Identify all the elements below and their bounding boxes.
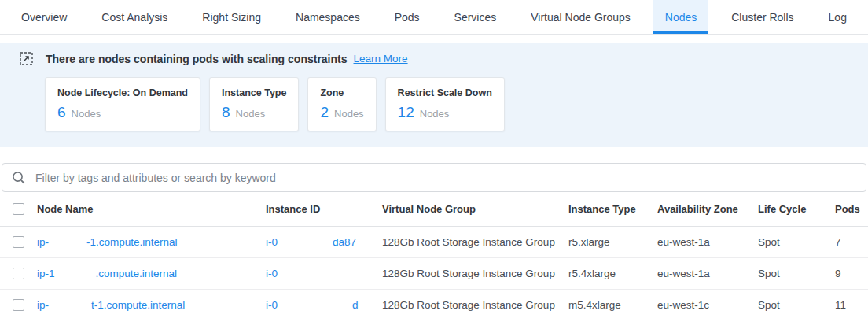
node-name-link[interactable]: t-1.compute.internal bbox=[91, 299, 185, 311]
col-virtual-node-group[interactable]: Virtual Node Group bbox=[382, 203, 568, 215]
card-unit: Nodes bbox=[236, 108, 266, 120]
col-instance-id[interactable]: Instance ID bbox=[266, 203, 382, 215]
table-row: ip-1.compute.internal i-0 128Gb Root Sto… bbox=[0, 258, 868, 290]
node-name-link[interactable]: ip- bbox=[37, 236, 49, 248]
card-count: 8 bbox=[222, 104, 230, 121]
node-name-link[interactable]: ip- bbox=[37, 299, 49, 311]
life-cycle-cell: Spot bbox=[758, 268, 835, 279]
instance-id-link[interactable]: da87 bbox=[333, 236, 356, 248]
card-instance-type[interactable]: Instance Type 8 Nodes bbox=[209, 77, 299, 131]
pods-cell: 7 bbox=[835, 236, 868, 248]
tab-services[interactable]: Services bbox=[443, 0, 509, 34]
card-node-lifecycle[interactable]: Node Lifecycle: On Demand 6 Nodes bbox=[45, 77, 200, 131]
card-label: Node Lifecycle: On Demand bbox=[57, 87, 188, 98]
table-row: ip--1.compute.internal i-0da87 128Gb Roo… bbox=[0, 227, 868, 258]
card-zone[interactable]: Zone 2 Nodes bbox=[307, 77, 376, 131]
learn-more-link[interactable]: Learn More bbox=[354, 53, 408, 65]
card-label: Zone bbox=[320, 87, 363, 98]
tab-log[interactable]: Log bbox=[817, 0, 859, 34]
card-label: Restrict Scale Down bbox=[398, 87, 492, 98]
card-label: Instance Type bbox=[222, 87, 286, 98]
tab-bar: Overview Cost Analysis Right Sizing Name… bbox=[0, 0, 868, 35]
col-pods[interactable]: Pods bbox=[835, 203, 868, 215]
banner-message: There are nodes containing pods with sca… bbox=[46, 53, 348, 65]
instance-id-link[interactable]: i-0 bbox=[266, 299, 278, 311]
pods-cell: 9 bbox=[835, 268, 868, 279]
scaling-constraints-banner: There are nodes containing pods with sca… bbox=[0, 43, 868, 147]
tab-nodes[interactable]: Nodes bbox=[653, 0, 708, 34]
node-name-link[interactable]: ip-1 bbox=[37, 268, 55, 279]
availability-zone-cell: eu-west-1c bbox=[657, 299, 758, 311]
tab-virtual-node-groups[interactable]: Virtual Node Groups bbox=[519, 0, 642, 34]
node-name-link[interactable]: -1.compute.internal bbox=[86, 236, 178, 248]
virtual-node-group-cell: 128Gb Root Storage Instance Group bbox=[382, 236, 568, 248]
scale-up-icon bbox=[20, 52, 33, 65]
tab-namespaces[interactable]: Namespaces bbox=[284, 0, 372, 34]
row-checkbox[interactable] bbox=[13, 299, 24, 311]
card-unit: Nodes bbox=[72, 108, 101, 120]
tab-pods[interactable]: Pods bbox=[383, 0, 432, 34]
virtual-node-group-cell: 128Gb Root Storage Instance Group bbox=[382, 299, 568, 311]
instance-type-cell: m5.4xlarge bbox=[568, 299, 657, 311]
life-cycle-cell: Spot bbox=[758, 299, 835, 311]
redacted-gap bbox=[278, 305, 352, 306]
redacted-gap bbox=[55, 274, 96, 275]
constraint-cards: Node Lifecycle: On Demand 6 Nodes Instan… bbox=[0, 65, 868, 131]
col-instance-type[interactable]: Instance Type bbox=[568, 203, 657, 215]
instance-type-cell: r5.xlarge bbox=[568, 236, 657, 248]
pods-cell: 11 bbox=[835, 299, 868, 311]
filter-input[interactable] bbox=[34, 171, 856, 185]
select-all-checkbox[interactable] bbox=[13, 203, 24, 215]
row-checkbox[interactable] bbox=[13, 268, 24, 279]
instance-type-cell: r5.4xlarge bbox=[568, 268, 657, 279]
card-unit: Nodes bbox=[334, 108, 364, 120]
tab-right-sizing[interactable]: Right Sizing bbox=[190, 0, 273, 34]
col-life-cycle[interactable]: Life Cycle bbox=[758, 203, 835, 215]
redacted-gap bbox=[49, 242, 86, 243]
tab-cost-analysis[interactable]: Cost Analysis bbox=[90, 0, 179, 34]
table-header: Node Name Instance ID Virtual Node Group… bbox=[0, 192, 868, 227]
table-row: ip-t-1.compute.internal i-0d 128Gb Root … bbox=[0, 290, 868, 318]
search-icon bbox=[12, 171, 26, 185]
instance-id-link[interactable]: i-0 bbox=[266, 268, 278, 279]
instance-id-link[interactable]: i-0 bbox=[266, 236, 278, 248]
col-node-name[interactable]: Node Name bbox=[37, 203, 266, 215]
instance-id-link[interactable]: d bbox=[352, 299, 359, 311]
tab-overview[interactable]: Overview bbox=[9, 0, 79, 34]
tab-cluster-rolls[interactable]: Cluster Rolls bbox=[719, 0, 805, 34]
availability-zone-cell: eu-west-1a bbox=[657, 268, 758, 279]
card-restrict-scale-down[interactable]: Restrict Scale Down 12 Nodes bbox=[385, 77, 505, 131]
row-checkbox[interactable] bbox=[13, 236, 24, 248]
card-count: 6 bbox=[57, 104, 66, 121]
filter-bar bbox=[2, 163, 866, 192]
card-count: 2 bbox=[320, 104, 329, 121]
card-unit: Nodes bbox=[420, 108, 450, 120]
virtual-node-group-cell: 128Gb Root Storage Instance Group bbox=[382, 268, 568, 279]
col-availability-zone[interactable]: Availability Zone bbox=[657, 203, 758, 215]
redacted-gap bbox=[278, 242, 333, 243]
card-count: 12 bbox=[398, 104, 414, 121]
life-cycle-cell: Spot bbox=[758, 236, 835, 248]
node-name-link[interactable]: .compute.internal bbox=[96, 268, 178, 279]
availability-zone-cell: eu-west-1a bbox=[657, 236, 758, 248]
redacted-gap bbox=[49, 305, 91, 306]
